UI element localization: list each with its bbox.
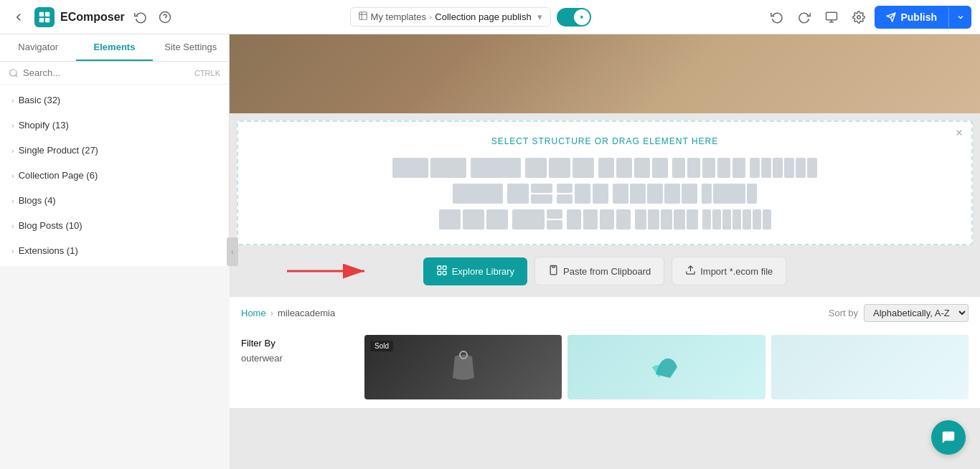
page-nav-bar: Home › mileacademia Sort by Alphabetical… [230, 297, 980, 329]
filter-value: outerwear [241, 351, 356, 364]
tab-site-settings[interactable]: Site Settings [153, 34, 229, 61]
struct-group[interactable] [557, 184, 608, 204]
svg-rect-1 [45, 11, 50, 16]
chevron-icon: › [11, 196, 14, 205]
sort-select[interactable]: Alphabetically, A-Z [864, 304, 969, 322]
element-item-basic[interactable]: › Basic (32) [0, 87, 229, 113]
svg-rect-24 [443, 271, 446, 275]
struct-group[interactable] [439, 209, 508, 229]
element-item-collection-page[interactable]: › Collection Page (6) [0, 163, 229, 188]
template-icon [358, 11, 368, 23]
topbar-actions: Publish [765, 6, 971, 29]
tab-elements[interactable]: Elements [76, 34, 152, 61]
element-label: Collection Page (6) [19, 170, 98, 181]
struct-group[interactable] [702, 209, 771, 229]
struct-group[interactable] [567, 209, 631, 229]
content-area: Navigator Elements Site Settings CTRLK › [0, 34, 980, 469]
product-image-2 [649, 353, 684, 382]
structure-row-3 [253, 209, 957, 229]
struct-group[interactable] [453, 184, 503, 204]
tab-navigator[interactable]: Navigator [0, 34, 76, 61]
struct-group[interactable] [750, 158, 817, 178]
clipboard-icon [548, 265, 559, 278]
sort-label: Sort by [829, 308, 858, 318]
breadcrumb-home[interactable]: Home [241, 308, 266, 318]
element-item-shopify[interactable]: › Shopify (13) [0, 113, 229, 138]
canvas-image-strip [230, 34, 980, 113]
explore-library-button[interactable]: Explore Library [423, 257, 527, 285]
product-thumb-3 [771, 335, 969, 399]
breadcrumb-bar[interactable]: My templates › Collection page publish ▾ [350, 7, 551, 27]
element-item-blog-posts[interactable]: › Blog Posts (10) [0, 213, 229, 238]
sidebar-tabs: Navigator Elements Site Settings [0, 34, 229, 62]
chat-bubble-button[interactable] [931, 420, 966, 455]
sort-bar: Sort by Alphabetically, A-Z [829, 304, 969, 322]
chevron-icon: › [11, 121, 14, 130]
paste-clipboard-button[interactable]: Paste from Clipboard [534, 257, 664, 285]
chevron-icon: › [11, 146, 14, 155]
svg-line-16 [16, 75, 18, 77]
settings-button[interactable] [847, 6, 870, 29]
search-input[interactable] [23, 67, 190, 78]
struct-group[interactable] [512, 209, 562, 229]
structure-overlay: SELECT STRUCTURE OR DRAG ELEMENT HERE [237, 120, 973, 245]
product-thumbnails: Sold [364, 329, 969, 399]
logo-text: EComposer [60, 11, 125, 24]
chevron-icon: › [11, 96, 14, 105]
svg-rect-21 [438, 266, 441, 270]
publish-dropdown-button[interactable] [948, 7, 971, 27]
structure-row-1 [253, 158, 957, 178]
logo-icon [34, 7, 55, 27]
element-item-single-product[interactable]: › Single Product (27) [0, 138, 229, 163]
help-button[interactable] [155, 7, 175, 27]
desktop-preview-button[interactable] [820, 6, 843, 29]
struct-group[interactable] [672, 158, 745, 178]
search-shortcut: CTRLK [194, 69, 220, 77]
sold-badge: Sold [370, 341, 393, 351]
svg-rect-9 [826, 12, 837, 20]
publish-button[interactable]: Publish [875, 6, 948, 29]
struct-group[interactable] [598, 158, 668, 178]
chevron-icon: › [11, 222, 14, 230]
struct-group[interactable] [471, 158, 521, 178]
product-image-1 [449, 349, 478, 385]
topbar-center: My templates › Collection page publish ▾ [181, 7, 760, 27]
element-item-extensions[interactable]: › Extensions (1) [0, 238, 229, 263]
product-thumb-1: Sold [364, 335, 562, 399]
struct-group[interactable] [635, 209, 698, 229]
back-button[interactable] [9, 7, 29, 27]
redo-button[interactable] [793, 6, 816, 29]
svg-rect-0 [39, 11, 44, 16]
filter-title: Filter By [241, 329, 356, 351]
breadcrumb-page: mileacademia [278, 308, 335, 318]
struct-group[interactable] [392, 158, 466, 178]
action-buttons-area: Explore Library Paste from Clipboard Imp… [230, 245, 980, 297]
svg-rect-25 [552, 265, 555, 267]
element-label: Single Product (27) [19, 145, 98, 156]
breadcrumb-parent: My templates [371, 11, 426, 22]
svg-rect-6 [359, 12, 367, 20]
close-overlay-button[interactable] [954, 128, 964, 141]
undo-button[interactable] [765, 6, 788, 29]
svg-rect-2 [39, 17, 44, 22]
breadcrumb-caret: ▾ [537, 11, 542, 22]
sidebar-collapse-button[interactable]: ‹ [227, 237, 238, 266]
structure-title: SELECT STRUCTURE OR DRAG ELEMENT HERE [253, 136, 957, 146]
topbar: EComposer My templates › Collection page… [0, 0, 980, 34]
history-button[interactable] [131, 7, 151, 27]
struct-group[interactable] [702, 184, 757, 204]
topbar-left: EComposer [9, 7, 175, 27]
element-item-blogs[interactable]: › Blogs (4) [0, 188, 229, 213]
breadcrumb-separator: › [429, 11, 432, 22]
struct-group[interactable] [507, 184, 552, 204]
publish-toggle[interactable] [557, 8, 591, 27]
structure-row-2 [253, 184, 957, 204]
breadcrumb-current: Collection page publish [435, 11, 531, 22]
struct-group[interactable] [613, 184, 697, 204]
import-ecom-button[interactable]: Import *.ecom file [672, 257, 786, 285]
structure-grid [253, 158, 957, 229]
filter-section: Filter By outerwear [241, 329, 356, 399]
page-breadcrumb: Home › mileacademia [241, 308, 335, 318]
struct-group[interactable] [525, 158, 594, 178]
search-icon [9, 68, 19, 78]
